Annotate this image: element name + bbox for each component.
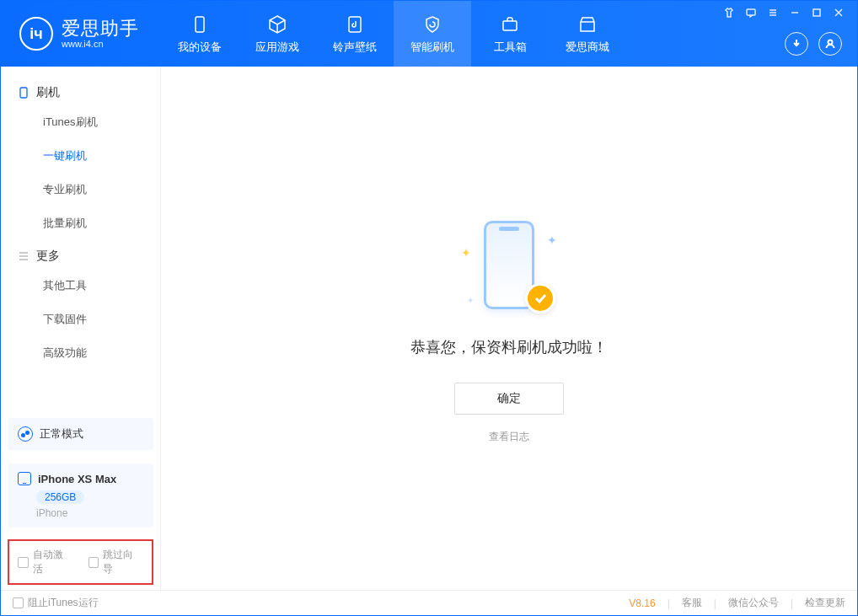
sparkle-icon: ✦ [461, 246, 471, 260]
header: iч 爱思助手 www.i4.cn 我的设备 应用游戏 铃声壁纸 智能刷机 [1, 1, 857, 67]
svg-rect-1 [349, 17, 361, 32]
view-log-link[interactable]: 查看日志 [489, 430, 529, 444]
cube-icon [266, 13, 288, 35]
top-nav: 我的设备 应用游戏 铃声壁纸 智能刷机 工具箱 爱思商城 [161, 1, 626, 67]
svg-rect-3 [747, 9, 755, 15]
shield-refresh-icon [421, 13, 443, 35]
nav-ringtone-wallpaper[interactable]: 铃声壁纸 [316, 1, 394, 67]
mode-icon [18, 426, 33, 442]
sidebar-item-batch-flash[interactable]: 批量刷机 [1, 206, 160, 240]
svg-rect-2 [503, 21, 517, 30]
nav-apps-games[interactable]: 应用游戏 [239, 1, 316, 67]
sidebar-scroll: 刷机 iTunes刷机 一键刷机 专业刷机 批量刷机 更多 其他工具 下载固件 … [1, 67, 160, 411]
minimize-button[interactable] [785, 4, 805, 21]
device-type: iPhone [36, 507, 143, 519]
menu-icon[interactable] [763, 4, 783, 21]
main-content: ✦ ✦ ✦ 恭喜您，保资料刷机成功啦！ 确定 查看日志 [161, 67, 857, 590]
header-right [719, 1, 857, 67]
success-illustration: ✦ ✦ ✦ [454, 212, 564, 322]
nav-label: 爱思商城 [566, 40, 609, 55]
phone-outline-icon [18, 87, 29, 99]
ok-button[interactable]: 确定 [454, 383, 564, 415]
download-button[interactable] [785, 32, 808, 56]
nav-label: 我的设备 [178, 40, 222, 55]
sidebar-group-flash: 刷机 [1, 77, 160, 105]
checkbox-icon [13, 597, 24, 608]
checkbox-auto-activate[interactable]: 自动激活 [18, 548, 73, 576]
version-label: V8.16 [629, 597, 655, 609]
svg-point-5 [829, 40, 833, 45]
nav-label: 应用游戏 [255, 40, 299, 55]
footer-link-update[interactable]: 检查更新 [805, 596, 845, 610]
maximize-button[interactable] [807, 4, 827, 21]
footer: 阻止iTunes运行 V8.16 | 客服 | 微信公众号 | 检查更新 [1, 590, 857, 615]
nav-toolbox[interactable]: 工具箱 [471, 1, 549, 67]
success-message: 恭喜您，保资料刷机成功啦！ [410, 337, 608, 357]
device-mode: 正常模式 [40, 426, 83, 442]
toolbox-icon [499, 13, 521, 35]
footer-link-support[interactable]: 客服 [682, 596, 702, 610]
checkbox-icon [18, 557, 29, 568]
body: 刷机 iTunes刷机 一键刷机 专业刷机 批量刷机 更多 其他工具 下载固件 … [1, 67, 857, 590]
list-icon [18, 250, 29, 262]
sidebar-item-oneclick-flash[interactable]: 一键刷机 [1, 139, 160, 173]
device-name: iPhone XS Max [38, 473, 116, 485]
sidebar-item-other-tools[interactable]: 其他工具 [1, 269, 160, 303]
nav-store[interactable]: 爱思商城 [549, 1, 626, 67]
check-badge-icon [525, 283, 555, 313]
sidebar: 刷机 iTunes刷机 一键刷机 专业刷机 批量刷机 更多 其他工具 下载固件 … [1, 67, 161, 590]
svg-rect-6 [20, 88, 27, 98]
user-controls [785, 21, 849, 67]
checkbox-block-itunes[interactable]: 阻止iTunes运行 [13, 596, 99, 610]
sidebar-item-itunes-flash[interactable]: iTunes刷机 [1, 105, 160, 139]
sparkle-icon: ✦ [547, 233, 557, 247]
checkbox-label: 自动激活 [33, 548, 73, 576]
footer-link-wechat[interactable]: 微信公众号 [728, 596, 779, 610]
app-name: 爱思助手 [62, 19, 139, 39]
store-icon [576, 13, 598, 35]
checkbox-label: 跳过向导 [103, 548, 143, 576]
device-icon [18, 472, 31, 485]
checkbox-skip-guide[interactable]: 跳过向导 [88, 548, 144, 576]
feedback-icon[interactable] [741, 4, 761, 21]
logo-area: iч 爱思助手 www.i4.cn [1, 1, 161, 67]
sparkle-icon: ✦ [467, 296, 474, 305]
close-button[interactable] [829, 4, 849, 21]
shirt-icon[interactable] [719, 4, 739, 21]
svg-rect-0 [196, 17, 204, 32]
app-window: iч 爱思助手 www.i4.cn 我的设备 应用游戏 铃声壁纸 智能刷机 [0, 0, 858, 616]
svg-rect-4 [813, 9, 820, 16]
nav-label: 智能刷机 [410, 40, 454, 55]
user-button[interactable] [818, 32, 842, 56]
checkbox-label: 阻止iTunes运行 [28, 596, 99, 610]
window-controls [719, 1, 849, 21]
device-mode-box[interactable]: 正常模式 [8, 418, 153, 450]
nav-smart-flash[interactable]: 智能刷机 [394, 1, 471, 67]
device-info-box[interactable]: iPhone XS Max 256GB iPhone [8, 463, 153, 528]
logo-icon: iч [19, 17, 53, 51]
device-name-row: iPhone XS Max [18, 472, 143, 485]
nav-label: 工具箱 [494, 40, 527, 55]
checkbox-icon [88, 557, 99, 568]
sidebar-item-pro-flash[interactable]: 专业刷机 [1, 173, 160, 206]
sidebar-group-more: 更多 [1, 240, 160, 269]
options-highlight-box: 自动激活 跳过向导 [8, 539, 153, 585]
sidebar-item-download-firmware[interactable]: 下载固件 [1, 303, 160, 336]
music-file-icon [344, 13, 366, 35]
nav-my-device[interactable]: 我的设备 [161, 1, 239, 67]
footer-right: V8.16 | 客服 | 微信公众号 | 检查更新 [629, 596, 845, 610]
app-url: www.i4.cn [62, 39, 139, 49]
nav-label: 铃声壁纸 [333, 40, 377, 55]
phone-icon [189, 13, 211, 35]
device-capacity: 256GB [36, 490, 84, 504]
sidebar-item-advanced[interactable]: 高级功能 [1, 336, 160, 370]
